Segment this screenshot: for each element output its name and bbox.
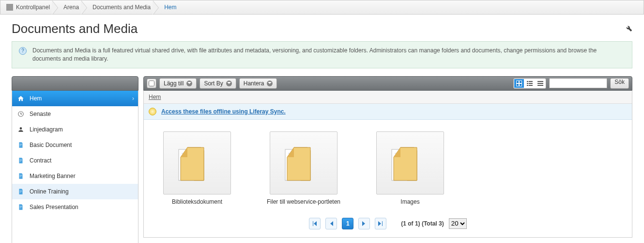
sidebar-item-basic-document[interactable]: Basic Document: [12, 137, 138, 153]
manage-button[interactable]: Hantera: [239, 78, 277, 89]
view-details-button[interactable]: [525, 79, 535, 88]
doc-icon: [17, 157, 25, 164]
breadcrumb-item-kontrollpanel[interactable]: Kontrollpanel: [4, 0, 59, 14]
sidebar-item-hem[interactable]: Hem ›: [12, 91, 138, 106]
home-icon: [6, 4, 13, 11]
pager-first-button[interactable]: [309, 218, 321, 229]
sidebar-item-senaste[interactable]: Senaste: [12, 106, 138, 122]
sidebar-item-label: Linjediagram: [30, 126, 63, 133]
folder-filer-webservice[interactable]: Filer till webservice-portleten: [265, 131, 342, 205]
chevron-right-icon: ›: [132, 95, 134, 102]
pager-page-current[interactable]: 1: [342, 218, 353, 229]
view-list-button[interactable]: [536, 79, 545, 88]
folder-icon: [376, 131, 444, 194]
folder-label: Filer till webservice-portleten: [265, 198, 342, 205]
breadcrumb: Kontrollpanel Arena Documents and Media …: [0, 0, 644, 15]
pager-last-button[interactable]: [375, 218, 386, 229]
folder-icon: [163, 131, 231, 194]
chevron-down-icon: [186, 81, 192, 86]
page-header: Documents and Media: [0, 15, 644, 41]
sidebar-item-contract[interactable]: Contract: [12, 153, 138, 168]
sidebar-item-sales-presentation[interactable]: Sales Presentation: [12, 199, 138, 215]
folder-images[interactable]: Images: [371, 131, 449, 205]
breadcrumb-item-docmedia[interactable]: Documents and Media: [88, 0, 159, 14]
pager-info: (1 of 1) (Total 3): [401, 220, 444, 227]
breadcrumb-item-hem[interactable]: Hem: [159, 0, 185, 14]
sidebar-item-label: Online Training: [30, 188, 69, 195]
svg-rect-11: [529, 85, 533, 86]
info-text: Documents and Media is a full featured v…: [32, 47, 625, 63]
svg-rect-5: [520, 84, 521, 86]
pager-per-page-select[interactable]: 20: [449, 218, 467, 229]
pager-prev-button[interactable]: [325, 218, 337, 229]
chevron-down-icon: [226, 81, 232, 86]
breadcrumb-label: Kontrollpanel: [16, 4, 50, 11]
sidebar-item-label: Marketing Banner: [30, 173, 76, 179]
breadcrumb-label: Documents and Media: [92, 4, 151, 11]
sort-button[interactable]: Sort By: [199, 78, 236, 89]
search-input-wrap: [549, 78, 607, 88]
folder-label: Images: [371, 198, 449, 205]
svg-rect-7: [529, 81, 533, 82]
svg-rect-4: [517, 84, 519, 86]
sidebar-item-label: Basic Document: [30, 142, 72, 148]
breadcrumb-item-arena[interactable]: Arena: [59, 0, 88, 14]
sidebar-item-label: Hem: [30, 95, 42, 102]
clock-icon: [17, 110, 25, 118]
person-icon: [17, 126, 25, 133]
svg-rect-2: [517, 81, 519, 83]
svg-rect-3: [520, 81, 521, 83]
svg-rect-13: [537, 83, 543, 84]
add-button-label: Lägg till: [164, 80, 184, 87]
wrench-icon: [626, 26, 632, 33]
doc-icon: [17, 188, 25, 195]
manage-button-label: Hantera: [244, 80, 264, 87]
page-tools[interactable]: [626, 25, 632, 33]
sync-row: Access these files offline using Liferay…: [144, 104, 632, 120]
svg-rect-6: [527, 81, 528, 82]
info-banner: ? Documents and Media is a full featured…: [12, 41, 632, 68]
svg-rect-9: [529, 83, 533, 84]
sidebar-item-label: Senaste: [30, 111, 51, 117]
breadcrumb-label: Hem: [164, 4, 176, 11]
breadcrumb-label: Arena: [63, 4, 79, 11]
sync-link[interactable]: Access these files offline using Liferay…: [161, 108, 286, 115]
svg-rect-12: [537, 81, 543, 82]
search-input[interactable]: [549, 78, 607, 88]
sidebar-item-label: Contract: [30, 157, 51, 164]
sidebar-item-marketing-banner[interactable]: Marketing Banner: [12, 168, 138, 184]
sidebar-item-online-training[interactable]: Online Training: [12, 184, 138, 199]
sidebar-item-linjediagram[interactable]: Linjediagram: [12, 122, 138, 137]
path-link-hem[interactable]: Hem: [149, 94, 161, 100]
svg-rect-14: [537, 85, 543, 86]
toolbar: Lägg till Sort By Hantera Sök: [143, 76, 632, 91]
view-icons-button[interactable]: [514, 79, 524, 88]
folder-icon: [270, 131, 337, 194]
main: Lägg till Sort By Hantera Sök Hem Access…: [143, 76, 632, 243]
chevron-down-icon: [267, 81, 273, 86]
svg-rect-8: [527, 83, 528, 84]
lightbulb-icon: [149, 108, 156, 115]
pager: 1 (1 of 1) (Total 3) 20: [144, 212, 632, 237]
doc-icon: [17, 141, 25, 149]
select-all-checkbox[interactable]: [147, 79, 156, 88]
sort-button-label: Sort By: [204, 80, 223, 87]
add-button[interactable]: Lägg till: [159, 78, 197, 89]
doc-icon: [17, 172, 25, 180]
home-icon: [17, 95, 25, 102]
doc-icon: [17, 203, 25, 211]
search-button[interactable]: Sök: [610, 78, 629, 89]
sidebar-item-label: Sales Presentation: [30, 204, 78, 211]
folder-biblioteksdokument[interactable]: Biblioteksdokument: [158, 131, 236, 205]
view-mode-group: [513, 78, 546, 89]
page-title: Documents and Media: [12, 21, 138, 36]
pager-next-button[interactable]: [358, 218, 370, 229]
sidebar-header: [12, 76, 138, 91]
sidebar-list: Hem › Senaste Linjediagram Basic Documen…: [12, 91, 138, 243]
folders-grid: Biblioteksdokument Filer till webservice…: [144, 120, 632, 212]
svg-rect-10: [527, 85, 528, 86]
sidebar: Hem › Senaste Linjediagram Basic Documen…: [12, 76, 138, 243]
info-icon: ?: [19, 47, 27, 55]
folder-label: Biblioteksdokument: [158, 198, 236, 205]
path-row: Hem: [144, 91, 632, 104]
